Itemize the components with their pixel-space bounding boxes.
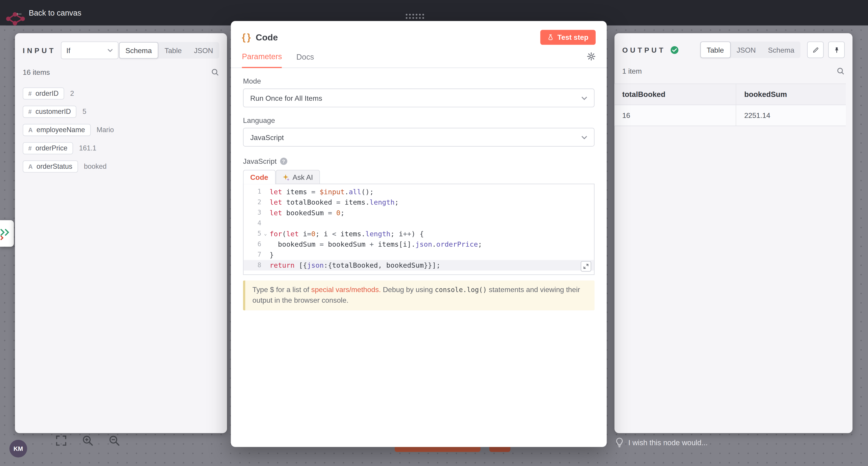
user-avatar[interactable]: KM — [9, 440, 27, 458]
schema-field-value: Mario — [96, 126, 114, 134]
input-tab-schema[interactable]: Schema — [119, 42, 158, 59]
code-line[interactable]: 2let totalBooked = items.length; — [244, 197, 594, 208]
node-feedback-button[interactable]: I wish this node would... — [616, 437, 708, 447]
line-number: 1 — [244, 186, 261, 197]
code-line[interactable]: 6 bookedSum = bookedSum + items[i].json.… — [244, 239, 594, 249]
line-number: 5 — [244, 228, 261, 239]
input-source-select[interactable]: If — [61, 41, 119, 59]
zoom-in-icon[interactable] — [82, 435, 93, 446]
language-select[interactable]: JavaScript — [243, 128, 594, 146]
app-root: ← Back to canvas INPUT If — [0, 0, 868, 466]
drag-handle[interactable] — [406, 14, 426, 20]
code-line[interactable]: 5⌄for(let i=0; i < items.length; i++) { — [244, 228, 594, 239]
mode-select[interactable]: Run Once for All Items — [243, 89, 594, 107]
gear-icon — [587, 52, 596, 61]
fold-gutter — [261, 197, 270, 208]
schema-field-pill[interactable]: # orderID — [23, 88, 64, 100]
editor-tab-ask-ai[interactable]: Ask AI — [275, 170, 320, 184]
string-type-icon: A — [28, 127, 33, 133]
schema-field-value: booked — [84, 163, 106, 170]
tab-parameters[interactable]: Parameters — [242, 52, 282, 68]
output-items-count: 1 item — [622, 67, 642, 75]
line-number: 7 — [244, 249, 261, 260]
success-check-icon — [671, 46, 679, 54]
code-editor[interactable]: 1let items = $input.all();2let totalBook… — [243, 184, 594, 275]
help-icon[interactable]: ? — [280, 158, 287, 165]
lightbulb-icon — [616, 437, 623, 447]
node-settings-gear[interactable] — [587, 52, 596, 68]
code-line[interactable]: 7} — [244, 249, 594, 260]
schema-field-pill[interactable]: A employeeName — [23, 124, 90, 136]
output-tab-json[interactable]: JSON — [731, 42, 762, 58]
line-number: 6 — [244, 239, 261, 249]
input-items-count: 16 items — [23, 68, 50, 76]
chevron-down-icon — [581, 96, 587, 100]
table-row[interactable]: 16 2251.14 — [614, 105, 846, 126]
node-settings-modal: { } Code Test step Parameters Docs — [231, 21, 607, 447]
if-node-icon — [0, 227, 12, 240]
fold-gutter — [261, 260, 270, 271]
fold-arrow-icon[interactable]: ⌄ — [261, 228, 270, 239]
fit-view-icon[interactable] — [55, 435, 67, 446]
string-type-icon: A — [28, 163, 33, 170]
language-label: Language — [243, 116, 594, 125]
line-number: 3 — [244, 207, 261, 218]
input-tab-table[interactable]: Table — [158, 43, 188, 58]
table-header-bookedsum: bookedSum — [736, 84, 846, 105]
schema-item: A employeeName Mario — [23, 123, 219, 137]
fold-gutter — [261, 218, 270, 229]
chevron-down-icon — [581, 135, 587, 139]
table-header-totalbooked: totalBooked — [614, 84, 736, 105]
output-tab-table[interactable]: Table — [700, 41, 731, 58]
code-line-text: for(let i=0; i < items.length; i++) { — [270, 228, 424, 239]
fold-gutter — [261, 186, 270, 197]
number-type-icon: # — [28, 145, 32, 152]
expand-editor-icon — [583, 263, 589, 269]
editor-hint: Type $ for a list of special vars/method… — [243, 280, 594, 310]
code-lines: 1let items = $input.all();2let totalBook… — [244, 186, 594, 270]
output-tab-schema[interactable]: Schema — [762, 42, 801, 58]
line-number: 4 — [244, 218, 261, 229]
pin-icon — [833, 46, 840, 53]
code-line-text: let totalBooked = items.length; — [270, 197, 399, 208]
code-line[interactable]: 4 — [244, 218, 594, 229]
code-line[interactable]: 3let bookedSum = 0; — [244, 207, 594, 218]
fold-gutter — [261, 249, 270, 260]
zoom-out-icon[interactable] — [108, 435, 120, 446]
pin-data-button[interactable] — [828, 41, 845, 58]
line-number: 8 — [244, 260, 261, 271]
tab-docs[interactable]: Docs — [296, 53, 314, 68]
special-vars-link[interactable]: special vars/methods. — [311, 286, 381, 294]
mode-label: Mode — [243, 77, 594, 85]
input-source-node-card[interactable] — [0, 220, 14, 247]
fold-gutter — [261, 207, 270, 218]
code-param-label: JavaScript — [243, 157, 277, 166]
input-tab-json[interactable]: JSON — [188, 43, 219, 58]
editor-tab-code[interactable]: Code — [243, 170, 275, 184]
node-nav-tabs: Parameters Docs — [231, 52, 607, 68]
code-node-icon: { } — [242, 32, 250, 43]
pencil-icon — [812, 46, 819, 53]
input-schema-list: # orderID 2 # customerID 5 A employeeNam… — [15, 86, 227, 174]
schema-field-pill[interactable]: # customerID — [23, 106, 76, 118]
search-icon[interactable] — [836, 67, 845, 75]
sparkles-icon — [283, 174, 289, 180]
schema-field-pill[interactable]: # orderPrice — [23, 142, 73, 154]
output-view-tabs: Table JSON Schema — [700, 41, 800, 58]
back-label: Back to canvas — [29, 8, 81, 17]
number-type-icon: # — [28, 90, 32, 97]
code-line[interactable]: 1let items = $input.all(); — [244, 186, 594, 197]
test-step-button[interactable]: Test step — [540, 30, 596, 45]
console-log-code: console.log() — [435, 286, 487, 294]
code-line[interactable]: 8return [{json:{totalBooked, bookedSum}}… — [244, 260, 594, 271]
schema-field-pill[interactable]: A orderStatus — [23, 160, 78, 173]
output-table: totalBooked bookedSum 16 2251.14 — [614, 84, 846, 126]
cell-totalbooked: 16 — [614, 105, 736, 126]
input-view-tabs: Schema Table JSON — [119, 42, 219, 59]
schema-field-value: 2 — [70, 90, 74, 97]
expand-editor-button[interactable] — [581, 261, 591, 272]
edit-output-button[interactable] — [807, 41, 824, 58]
editor-tabs: Code Ask AI — [243, 169, 594, 184]
search-icon[interactable] — [211, 68, 219, 76]
chevron-down-icon — [107, 49, 113, 52]
